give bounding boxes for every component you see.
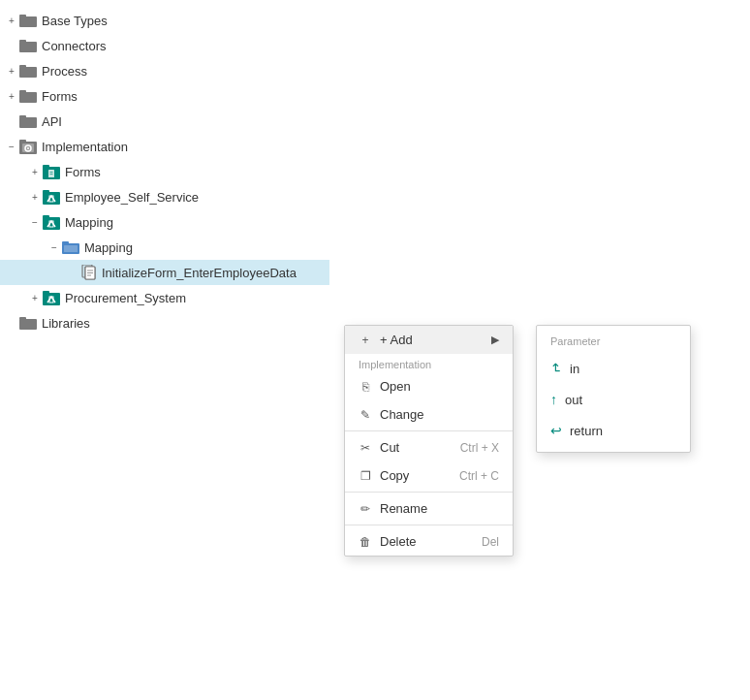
return-icon: ↩ (550, 423, 562, 438)
submenu-header: Parameter (537, 332, 690, 353)
label-forms-impl: Forms (65, 165, 101, 179)
submenu-item-in[interactable]: ↵ in (537, 353, 690, 384)
svg-rect-19 (50, 174, 53, 175)
submenu-item-out[interactable]: ↑ out (537, 384, 690, 415)
label-procurement: Procurement_System (65, 291, 186, 305)
copy-label: Copy (380, 468, 409, 483)
tree-item-mapping-child[interactable]: − Mapping (0, 235, 329, 260)
separator-3 (345, 525, 513, 525)
folder-icon-process (19, 64, 37, 78)
context-menu-change[interactable]: ✎ Change (345, 400, 513, 429)
svg-rect-0 (19, 16, 37, 27)
toggle-procurement[interactable]: + (27, 290, 43, 305)
label-base-types: Base Types (42, 14, 108, 28)
tree-item-procurement[interactable]: + Procurement_System (0, 285, 329, 310)
submenu-label-out: out (565, 393, 582, 407)
context-menu-cut[interactable]: ✂ Cut Ctrl + X (345, 433, 513, 461)
svg-rect-3 (19, 40, 26, 43)
svg-rect-4 (19, 67, 37, 78)
svg-rect-18 (50, 172, 53, 173)
delete-label: Delete (380, 534, 417, 549)
open-icon: ⎘ (359, 380, 372, 394)
change-icon: ✎ (359, 408, 372, 422)
svg-rect-27 (62, 241, 69, 244)
out-icon: ↑ (550, 392, 557, 407)
change-label: Change (380, 407, 424, 422)
svg-rect-39 (19, 317, 26, 320)
tree-item-base-types[interactable]: + Base Types (0, 8, 329, 33)
rename-label: Rename (380, 501, 427, 516)
cut-item-left: ✂ Cut (359, 440, 399, 455)
label-forms-top: Forms (42, 89, 78, 104)
separator-2 (345, 492, 513, 493)
svg-rect-7 (19, 90, 26, 93)
copy-shortcut: Ctrl + C (459, 469, 499, 483)
folder-icon-forms-top (19, 89, 37, 103)
context-menu-add[interactable]: + + Add ▶ (345, 326, 513, 354)
svg-rect-21 (43, 190, 49, 194)
toggle-mapping-child[interactable]: − (47, 239, 62, 255)
tree-item-connectors[interactable]: Connectors (0, 33, 329, 58)
svg-rect-1 (19, 15, 26, 17)
in-icon: ↵ (548, 363, 564, 374)
folder-icon-mapping-child (62, 240, 79, 254)
folder-icon-api (19, 114, 37, 128)
label-implementation: Implementation (42, 140, 128, 154)
rename-item-left: ✏ Rename (359, 501, 427, 516)
label-init-form: InitializeForm_EnterEmployeeData (102, 266, 297, 280)
tree-item-api[interactable]: API (0, 109, 329, 134)
copy-item-left: ❐ Copy (359, 468, 409, 483)
add-arrow-icon: ▶ (491, 334, 499, 346)
context-menu-rename[interactable]: ✏ Rename (345, 494, 513, 523)
delete-icon: 🗑 (359, 535, 372, 549)
submenu: Parameter ↵ in ↑ out ↩ return (536, 325, 691, 453)
doc-icon-init-form (81, 265, 97, 280)
add-icon: + (359, 334, 372, 347)
label-connectors: Connectors (42, 39, 106, 53)
svg-rect-8 (19, 117, 37, 128)
folder-icon-employee (43, 188, 60, 206)
tree-item-forms-impl[interactable]: + Forms (0, 159, 329, 184)
tree-item-employee-self-service[interactable]: + Employee_Self_Service (0, 184, 329, 209)
tree-item-mapping-parent[interactable]: − Mapping (0, 209, 329, 235)
context-menu-copy[interactable]: ❐ Copy Ctrl + C (345, 461, 513, 490)
folder-icon-connectors (19, 39, 37, 52)
tree-container: + Base Types Connectors + Process + Form… (0, 0, 329, 343)
toggle-mapping-parent[interactable]: − (27, 214, 43, 230)
tree-item-libraries[interactable]: Libraries (0, 310, 329, 335)
tree-item-process[interactable]: + Process (0, 58, 329, 83)
folder-icon-libraries (19, 316, 37, 330)
folder-icon-base-types (19, 14, 37, 27)
label-api: API (42, 114, 62, 129)
separator-1 (345, 430, 513, 431)
label-mapping-child: Mapping (84, 240, 133, 255)
context-menu-delete[interactable]: 🗑 Delete Del (345, 527, 513, 556)
context-menu-section-impl: Implementation (345, 354, 513, 372)
toggle-process[interactable]: + (4, 63, 19, 79)
add-label: + Add (380, 333, 413, 347)
rename-icon: ✏ (359, 502, 372, 516)
svg-rect-6 (19, 92, 37, 103)
folder-icon-implementation (19, 138, 37, 155)
change-item-left: ✎ Change (359, 407, 424, 422)
toggle-forms-impl[interactable]: + (27, 164, 43, 179)
delete-item-left: 🗑 Delete (359, 534, 417, 549)
svg-rect-5 (19, 65, 26, 68)
open-label: Open (380, 379, 411, 394)
toggle-employee[interactable]: + (27, 189, 43, 205)
svg-rect-2 (19, 42, 37, 52)
folder-icon-procurement (43, 289, 60, 306)
tree-item-implementation[interactable]: − Implementation (0, 134, 329, 159)
svg-rect-24 (43, 215, 49, 219)
toggle-implementation[interactable]: − (4, 139, 19, 154)
cut-label: Cut (380, 440, 399, 455)
toggle-forms-top[interactable]: + (4, 88, 19, 104)
tree-item-init-form[interactable]: InitializeForm_EnterEmployeeData (0, 260, 329, 285)
tree-item-forms-top[interactable]: + Forms (0, 83, 329, 109)
cut-icon: ✂ (359, 441, 372, 455)
toggle-base-types[interactable]: + (4, 13, 19, 28)
submenu-item-return[interactable]: ↩ return (537, 415, 690, 446)
open-item-left: ⎘ Open (359, 379, 411, 394)
context-menu-open[interactable]: ⎘ Open (345, 372, 513, 400)
svg-rect-16 (43, 165, 49, 169)
